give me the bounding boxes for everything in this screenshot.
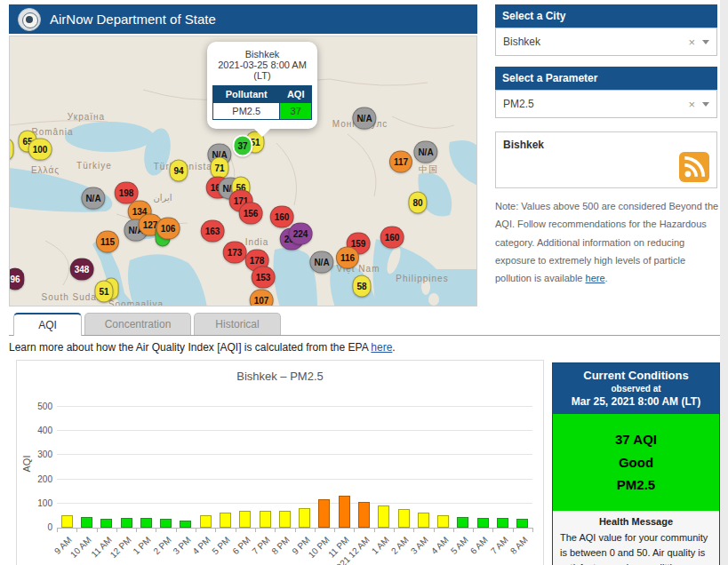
parameter-chevron-down-icon[interactable] (702, 102, 709, 107)
chart-axis-tick (76, 528, 77, 532)
chart-axis-tick (116, 528, 117, 532)
map-country-label: 中国 (419, 163, 438, 176)
chart-bar (61, 515, 73, 528)
chart-axis-tick (97, 528, 98, 532)
current-conditions-header: Current Conditions observed at Mar 25, 2… (553, 363, 719, 414)
chart-y-tick-label: 400 (22, 426, 52, 435)
tab-historical[interactable]: Historical (194, 313, 281, 335)
tab-aqi[interactable]: AQI (13, 313, 82, 336)
aqi-marker[interactable]: N/A (81, 187, 105, 210)
aqi-world-map[interactable]: УкраїнаRomâniaΕλλάςTürkiyeTürkmenistanاي… (9, 36, 477, 306)
city-select[interactable]: Bishkek × (495, 28, 717, 56)
chart-axis-tick (255, 528, 256, 532)
aqi-marker[interactable]: 156 (239, 203, 263, 225)
popup-pollutant-header: Pollutant (213, 86, 280, 103)
aqi-marker[interactable]: 348 (70, 259, 94, 281)
aqi-marker[interactable]: 160 (380, 227, 404, 249)
chart-axis-tick (354, 528, 355, 532)
aqi-marker[interactable]: 163 (201, 220, 225, 243)
aqi-marker[interactable]: 153 (252, 267, 276, 289)
chart-axis-tick (334, 528, 335, 532)
popup-arrow (254, 129, 270, 137)
aqi-marker[interactable]: 116 (336, 247, 359, 269)
select-parameter-panel: Select a Parameter PM2.5 × (495, 67, 717, 118)
aqi-marker[interactable]: 58 (352, 275, 371, 298)
rss-icon[interactable] (679, 152, 709, 182)
chart-bar (81, 517, 92, 528)
chart-bar (121, 518, 132, 528)
chart-y-tick-label: 0 (22, 522, 52, 532)
select-city-header: Select a City (495, 4, 717, 28)
popup-aqi-table: Pollutant AQI PM2.5 37 (212, 85, 312, 120)
page-right-gutter (720, 0, 728, 565)
parameter-select[interactable]: PM2.5 × (495, 90, 717, 118)
chart-title: Bishkek – PM2.5 (17, 370, 543, 383)
map-country-label: ايران (153, 193, 172, 203)
popup-aqi-header: AQI (280, 86, 312, 103)
tab-concentration[interactable]: Concentration (84, 313, 191, 335)
map-country-label: India (245, 237, 269, 247)
chart-axis-tick (215, 528, 216, 532)
aqi-marker[interactable]: 96 (9, 268, 25, 290)
note-here-link[interactable]: here (586, 273, 605, 283)
aqi-marker[interactable]: 80 (408, 192, 427, 214)
chart-bar (457, 517, 468, 528)
chart-axis-tick (453, 528, 454, 532)
aqi-marker[interactable]: 115 (96, 231, 119, 253)
chart-axis-tick (196, 528, 196, 532)
select-city-panel: Select a City Bishkek × (495, 4, 717, 56)
chart-gridline (57, 454, 532, 455)
map-country-label: Ελλάς (31, 165, 60, 175)
city-clear-icon[interactable]: × (688, 36, 695, 49)
aqi-marker[interactable]: 160 (270, 206, 294, 228)
chart-bar (477, 518, 489, 528)
chart-bar (260, 511, 271, 528)
chart-bar (239, 511, 251, 528)
aqi-marker[interactable]: 117 (389, 151, 412, 173)
chart-bar (497, 518, 508, 528)
aqi-marker[interactable]: N/A (352, 107, 376, 130)
chart-bar (339, 496, 350, 528)
parameter-clear-icon[interactable]: × (688, 98, 695, 111)
aqi-marker[interactable]: 106 (156, 218, 180, 240)
epa-here-link[interactable]: here (371, 341, 392, 354)
chart-bar (398, 509, 410, 528)
aqi-marker[interactable]: 51 (94, 281, 113, 303)
app-title: AirNow Department of State (50, 12, 216, 27)
chart-bar (437, 515, 449, 528)
city-chevron-down-icon[interactable] (702, 40, 709, 44)
aqi-marker[interactable]: 37 (232, 135, 252, 157)
map-country-label: Türkiye (76, 161, 112, 171)
popup-datetime: 2021-03-25 8:00 AM (212, 60, 312, 70)
select-parameter-header: Select a Parameter (495, 67, 717, 90)
aqi-marker[interactable]: N/A (309, 251, 333, 274)
chart-y-tick-label: 500 (22, 402, 52, 411)
chart-axis-tick (136, 528, 137, 532)
popup-timezone: (LT) (212, 70, 312, 81)
aqi-marker[interactable]: 173 (223, 242, 247, 264)
chart-bar (318, 499, 330, 528)
aqi-marker[interactable]: 94 (169, 160, 188, 182)
aqi-marker[interactable]: N/A (413, 141, 437, 163)
popup-aqi-value: 37 (280, 103, 312, 120)
chart-bar (378, 505, 389, 528)
beyond-aqi-note: Note: Values above 500 are considered Be… (495, 197, 719, 288)
city-select-value: Bishkek (503, 36, 688, 48)
chart-axis-tick (473, 528, 474, 532)
chart-axis-tick (434, 528, 435, 532)
chart-axis-tick (513, 528, 514, 532)
aqi-marker[interactable]: 100 (28, 139, 52, 161)
aqi-marker[interactable]: 107 (250, 290, 274, 307)
chart-y-tick-label: 200 (22, 474, 52, 484)
chart-gridline (57, 430, 532, 431)
chart-axis-tick (413, 528, 414, 532)
note-text-end: . (605, 273, 608, 283)
chart-bar (220, 513, 231, 528)
city-feed-box: Bishkek (495, 131, 717, 188)
aqi-marker[interactable]: 224 (289, 223, 313, 245)
note-text: Note: Values above 500 are considered Be… (495, 201, 718, 283)
chart-bar (160, 519, 172, 528)
map-country-label: Україна (68, 112, 105, 122)
chart-bar (100, 519, 112, 528)
map-country-label: Philippines (396, 274, 448, 283)
